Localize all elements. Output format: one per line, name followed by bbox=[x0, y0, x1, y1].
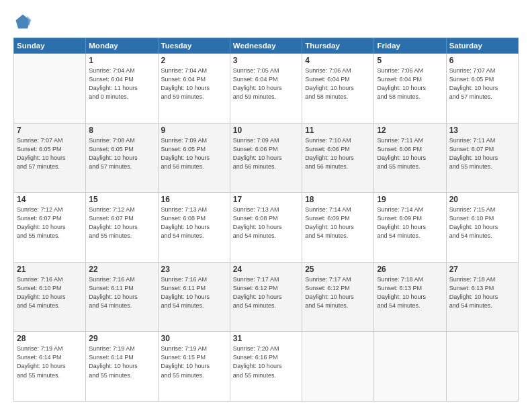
calendar-cell: 14Sunrise: 7:12 AM Sunset: 6:07 PM Dayli… bbox=[14, 193, 86, 263]
calendar-cell: 10Sunrise: 7:09 AM Sunset: 6:06 PM Dayli… bbox=[230, 123, 302, 193]
day-number: 28 bbox=[17, 334, 83, 343]
day-number: 9 bbox=[161, 126, 227, 135]
day-number: 19 bbox=[377, 195, 443, 204]
day-info: Sunrise: 7:06 AM Sunset: 6:04 PM Dayligh… bbox=[305, 66, 371, 101]
calendar-cell: 3Sunrise: 7:05 AM Sunset: 6:04 PM Daylig… bbox=[230, 54, 302, 124]
logo bbox=[13, 12, 35, 31]
day-number: 23 bbox=[161, 265, 227, 274]
calendar-cell: 17Sunrise: 7:13 AM Sunset: 6:08 PM Dayli… bbox=[230, 193, 302, 263]
day-number: 13 bbox=[449, 126, 515, 135]
day-info: Sunrise: 7:18 AM Sunset: 6:13 PM Dayligh… bbox=[377, 275, 443, 310]
calendar-cell: 1Sunrise: 7:04 AM Sunset: 6:04 PM Daylig… bbox=[86, 54, 158, 124]
calendar-cell: 23Sunrise: 7:16 AM Sunset: 6:11 PM Dayli… bbox=[158, 262, 230, 332]
day-info: Sunrise: 7:19 AM Sunset: 6:15 PM Dayligh… bbox=[161, 345, 227, 379]
day-info: Sunrise: 7:19 AM Sunset: 6:14 PM Dayligh… bbox=[89, 345, 154, 379]
day-number: 15 bbox=[89, 195, 154, 204]
day-number: 2 bbox=[161, 56, 227, 65]
day-number: 18 bbox=[305, 195, 371, 204]
day-info: Sunrise: 7:14 AM Sunset: 6:09 PM Dayligh… bbox=[305, 205, 371, 240]
svg-marker-0 bbox=[16, 15, 30, 29]
day-number: 3 bbox=[233, 56, 299, 65]
day-number: 12 bbox=[377, 126, 443, 135]
day-info: Sunrise: 7:09 AM Sunset: 6:05 PM Dayligh… bbox=[161, 136, 227, 171]
day-info: Sunrise: 7:12 AM Sunset: 6:07 PM Dayligh… bbox=[17, 205, 83, 240]
day-number: 17 bbox=[233, 195, 299, 204]
day-info: Sunrise: 7:07 AM Sunset: 6:05 PM Dayligh… bbox=[449, 66, 515, 101]
day-info: Sunrise: 7:08 AM Sunset: 6:05 PM Dayligh… bbox=[89, 136, 154, 171]
calendar-cell: 24Sunrise: 7:17 AM Sunset: 6:12 PM Dayli… bbox=[230, 262, 302, 332]
calendar-cell: 27Sunrise: 7:18 AM Sunset: 6:13 PM Dayli… bbox=[446, 262, 518, 332]
weekday-header-row: SundayMondayTuesdayWednesdayThursdayFrid… bbox=[14, 38, 519, 54]
day-info: Sunrise: 7:17 AM Sunset: 6:12 PM Dayligh… bbox=[233, 275, 299, 310]
weekday-header-thursday: Thursday bbox=[302, 38, 374, 54]
day-number: 6 bbox=[449, 56, 515, 65]
calendar-cell: 20Sunrise: 7:15 AM Sunset: 6:10 PM Dayli… bbox=[446, 193, 518, 263]
logo-icon bbox=[13, 12, 32, 31]
day-info: Sunrise: 7:13 AM Sunset: 6:08 PM Dayligh… bbox=[233, 205, 299, 240]
weekday-header-sunday: Sunday bbox=[14, 38, 86, 54]
day-number: 16 bbox=[161, 195, 227, 204]
calendar-week-row-2: 14Sunrise: 7:12 AM Sunset: 6:07 PM Dayli… bbox=[14, 193, 519, 263]
calendar-table: SundayMondayTuesdayWednesdayThursdayFrid… bbox=[13, 38, 519, 402]
day-info: Sunrise: 7:06 AM Sunset: 6:04 PM Dayligh… bbox=[377, 66, 443, 101]
calendar-cell bbox=[14, 54, 86, 124]
day-number: 11 bbox=[305, 126, 371, 135]
calendar-week-row-3: 21Sunrise: 7:16 AM Sunset: 6:10 PM Dayli… bbox=[14, 262, 519, 332]
calendar-cell: 8Sunrise: 7:08 AM Sunset: 6:05 PM Daylig… bbox=[86, 123, 158, 193]
day-number: 21 bbox=[17, 265, 83, 274]
page: SundayMondayTuesdayWednesdayThursdayFrid… bbox=[0, 0, 532, 411]
day-number: 27 bbox=[449, 265, 515, 274]
day-number: 20 bbox=[449, 195, 515, 204]
day-info: Sunrise: 7:16 AM Sunset: 6:10 PM Dayligh… bbox=[17, 275, 83, 310]
weekday-header-saturday: Saturday bbox=[446, 38, 518, 54]
weekday-header-friday: Friday bbox=[374, 38, 446, 54]
calendar-cell: 26Sunrise: 7:18 AM Sunset: 6:13 PM Dayli… bbox=[374, 262, 446, 332]
day-info: Sunrise: 7:11 AM Sunset: 6:06 PM Dayligh… bbox=[377, 136, 443, 171]
day-number: 10 bbox=[233, 126, 299, 135]
calendar-cell: 4Sunrise: 7:06 AM Sunset: 6:04 PM Daylig… bbox=[302, 54, 374, 124]
day-number: 4 bbox=[305, 56, 371, 65]
calendar-cell: 9Sunrise: 7:09 AM Sunset: 6:05 PM Daylig… bbox=[158, 123, 230, 193]
day-number: 8 bbox=[89, 126, 154, 135]
header bbox=[13, 12, 519, 31]
day-number: 25 bbox=[305, 265, 371, 274]
weekday-header-wednesday: Wednesday bbox=[230, 38, 302, 54]
calendar-cell: 21Sunrise: 7:16 AM Sunset: 6:10 PM Dayli… bbox=[14, 262, 86, 332]
day-info: Sunrise: 7:14 AM Sunset: 6:09 PM Dayligh… bbox=[377, 205, 443, 240]
day-info: Sunrise: 7:12 AM Sunset: 6:07 PM Dayligh… bbox=[89, 205, 154, 240]
day-number: 29 bbox=[89, 334, 154, 343]
calendar-cell: 31Sunrise: 7:20 AM Sunset: 6:16 PM Dayli… bbox=[230, 332, 302, 402]
calendar-week-row-4: 28Sunrise: 7:19 AM Sunset: 6:14 PM Dayli… bbox=[14, 332, 519, 402]
weekday-header-monday: Monday bbox=[86, 38, 158, 54]
day-number: 31 bbox=[233, 334, 299, 343]
calendar-week-row-0: 1Sunrise: 7:04 AM Sunset: 6:04 PM Daylig… bbox=[14, 54, 519, 124]
day-info: Sunrise: 7:13 AM Sunset: 6:08 PM Dayligh… bbox=[161, 205, 227, 240]
calendar-cell: 6Sunrise: 7:07 AM Sunset: 6:05 PM Daylig… bbox=[446, 54, 518, 124]
day-info: Sunrise: 7:16 AM Sunset: 6:11 PM Dayligh… bbox=[161, 275, 227, 310]
day-info: Sunrise: 7:04 AM Sunset: 6:04 PM Dayligh… bbox=[161, 66, 227, 101]
calendar-cell: 12Sunrise: 7:11 AM Sunset: 6:06 PM Dayli… bbox=[374, 123, 446, 193]
calendar-cell: 28Sunrise: 7:19 AM Sunset: 6:14 PM Dayli… bbox=[14, 332, 86, 402]
day-info: Sunrise: 7:05 AM Sunset: 6:04 PM Dayligh… bbox=[233, 66, 299, 101]
day-number: 5 bbox=[377, 56, 443, 65]
calendar-cell bbox=[374, 332, 446, 402]
calendar-cell: 7Sunrise: 7:07 AM Sunset: 6:05 PM Daylig… bbox=[14, 123, 86, 193]
day-info: Sunrise: 7:11 AM Sunset: 6:07 PM Dayligh… bbox=[449, 136, 515, 171]
day-info: Sunrise: 7:18 AM Sunset: 6:13 PM Dayligh… bbox=[449, 275, 515, 310]
day-info: Sunrise: 7:15 AM Sunset: 6:10 PM Dayligh… bbox=[449, 205, 515, 240]
day-number: 24 bbox=[233, 265, 299, 274]
calendar-cell bbox=[446, 332, 518, 402]
day-number: 30 bbox=[161, 334, 227, 343]
calendar-week-row-1: 7Sunrise: 7:07 AM Sunset: 6:05 PM Daylig… bbox=[14, 123, 519, 193]
calendar-cell: 11Sunrise: 7:10 AM Sunset: 6:06 PM Dayli… bbox=[302, 123, 374, 193]
calendar-cell bbox=[302, 332, 374, 402]
day-number: 22 bbox=[89, 265, 154, 274]
calendar-cell: 19Sunrise: 7:14 AM Sunset: 6:09 PM Dayli… bbox=[374, 193, 446, 263]
day-info: Sunrise: 7:19 AM Sunset: 6:14 PM Dayligh… bbox=[17, 345, 83, 379]
day-number: 1 bbox=[89, 56, 154, 65]
calendar-cell: 22Sunrise: 7:16 AM Sunset: 6:11 PM Dayli… bbox=[86, 262, 158, 332]
day-info: Sunrise: 7:09 AM Sunset: 6:06 PM Dayligh… bbox=[233, 136, 299, 171]
calendar-cell: 13Sunrise: 7:11 AM Sunset: 6:07 PM Dayli… bbox=[446, 123, 518, 193]
day-info: Sunrise: 7:20 AM Sunset: 6:16 PM Dayligh… bbox=[233, 345, 299, 379]
day-number: 26 bbox=[377, 265, 443, 274]
